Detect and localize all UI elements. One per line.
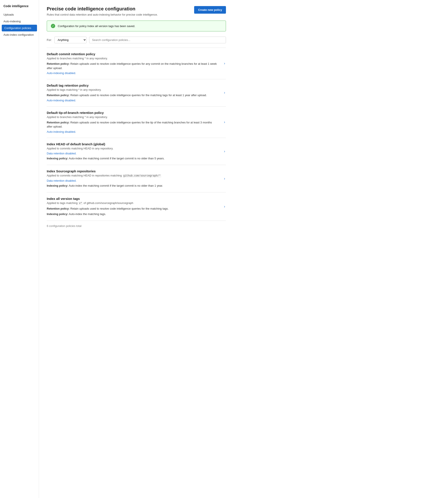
policy-indexing: Indexing policy: Auto-index the matching… bbox=[47, 156, 218, 161]
search-input[interactable] bbox=[89, 37, 226, 43]
policy-applied: Applied to branches matching * in any re… bbox=[47, 116, 218, 119]
sidebar-item-uploads[interactable]: Uploads bbox=[0, 11, 39, 18]
auto-indexing-disabled: Auto-indexing disabled. bbox=[47, 71, 218, 75]
sidebar-title: Code intelligence bbox=[0, 4, 39, 11]
sidebar-item-auto-index-configuration[interactable]: Auto-index configuration bbox=[0, 31, 39, 38]
policy-item-inner: Index all version tags Applied to tags m… bbox=[47, 197, 226, 216]
sidebar-item-auto-indexing[interactable]: Auto-indexing bbox=[0, 18, 39, 25]
chevron-right-icon[interactable]: › bbox=[224, 149, 225, 153]
policy-title: Index Sourcegraph repositories bbox=[47, 169, 218, 173]
policy-indexing: Indexing policy: Auto-index the matching… bbox=[47, 184, 218, 188]
policy-applied: Applied to commits matching HEAD in repo… bbox=[47, 174, 218, 177]
data-retention-disabled: Data retention disabled. bbox=[47, 179, 218, 182]
chevron-right-icon[interactable]: › bbox=[224, 120, 225, 124]
filter-select[interactable]: Anything Specific repository bbox=[54, 37, 87, 43]
data-retention-disabled: Data retention disabled. bbox=[47, 152, 218, 155]
chevron-right-icon[interactable]: › bbox=[224, 205, 225, 209]
create-policy-button[interactable]: Create new policy bbox=[194, 6, 226, 14]
policy-item-inner: Index HEAD of default branch (global) Ap… bbox=[47, 142, 226, 161]
chevron-right-icon[interactable]: › bbox=[224, 62, 225, 65]
policy-title: Default commit retention policy bbox=[47, 52, 218, 56]
policy-item-inner: Index Sourcegraph repositories Applied t… bbox=[47, 169, 226, 188]
policy-item: Default tag retention policy Applied to … bbox=[47, 79, 226, 107]
policy-title: Index all version tags bbox=[47, 197, 218, 200]
main-header: Precise code intelligence configuration … bbox=[47, 6, 226, 16]
policy-title: Default tag retention policy bbox=[47, 83, 218, 87]
policy-count: 6 configuration policies total bbox=[47, 221, 226, 231]
policy-applied: Applied to tags matching * in any reposi… bbox=[47, 88, 218, 91]
policy-item: Index all version tags Applied to tags m… bbox=[47, 193, 226, 221]
sidebar-item-configuration-policies[interactable]: Configuration policies bbox=[2, 25, 37, 31]
policy-applied: Applied to commits matching HEAD in any … bbox=[47, 147, 218, 150]
auto-indexing-disabled: Auto-indexing disabled. bbox=[47, 130, 218, 133]
policy-item: Default tip-of-branch retention policy A… bbox=[47, 107, 226, 138]
success-banner: ✓ Configuration for policy Index all ver… bbox=[47, 21, 226, 31]
sidebar: Code intelligence UploadsAuto-indexingCo… bbox=[0, 0, 39, 498]
chevron-right-icon[interactable]: › bbox=[224, 91, 225, 95]
success-icon: ✓ bbox=[51, 24, 55, 28]
auto-indexing-disabled: Auto-indexing disabled. bbox=[47, 99, 218, 102]
policy-item-inner: Default commit retention policy Applied … bbox=[47, 52, 226, 75]
policy-item-inner: Default tip-of-branch retention policy A… bbox=[47, 111, 226, 133]
policy-retention: Retention policy: Retain uploads used to… bbox=[47, 62, 218, 70]
policy-retention: Retention policy: Retain uploads used to… bbox=[47, 120, 218, 129]
policy-title: Index HEAD of default branch (global) bbox=[47, 142, 218, 146]
main-header-left: Precise code intelligence configuration … bbox=[47, 6, 158, 16]
policy-retention: Retention policy: Retain uploads used to… bbox=[47, 93, 218, 98]
policy-item-inner: Default tag retention policy Applied to … bbox=[47, 83, 226, 102]
policy-indexing: Indexing policy: Auto-index the matching… bbox=[47, 212, 218, 216]
policy-list: Default commit retention policy Applied … bbox=[47, 48, 226, 221]
policy-item: Index Sourcegraph repositories Applied t… bbox=[47, 165, 226, 193]
filter-label: For: bbox=[47, 38, 52, 42]
policy-applied: Applied to tags matching v* of github.co… bbox=[47, 201, 218, 205]
page-title: Precise code intelligence configuration bbox=[47, 6, 158, 12]
policy-item: Default commit retention policy Applied … bbox=[47, 48, 226, 79]
page-subtitle: Rules that control data retention and au… bbox=[47, 13, 158, 16]
policy-title: Default tip-of-branch retention policy bbox=[47, 111, 218, 115]
policy-item: Index HEAD of default branch (global) Ap… bbox=[47, 138, 226, 165]
policy-applied: Applied to branches matching * in any re… bbox=[47, 57, 218, 60]
success-message: Configuration for policy Index all versi… bbox=[58, 24, 135, 28]
chevron-right-icon[interactable]: › bbox=[224, 177, 225, 181]
policy-retention: Retention policy: Retain uploads used to… bbox=[47, 207, 218, 211]
main-content: Precise code intelligence configuration … bbox=[39, 0, 234, 498]
filter-bar: For: Anything Specific repository bbox=[47, 37, 226, 43]
